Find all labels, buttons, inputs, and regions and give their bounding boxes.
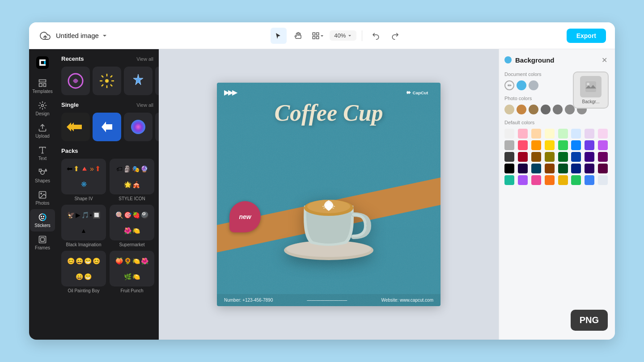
sidebar-item-frames[interactable]: Frames	[30, 232, 55, 254]
hand-tool-button[interactable]	[290, 28, 306, 44]
default-color-r3c6[interactable]	[571, 152, 581, 162]
sticker-single-1[interactable]	[61, 113, 90, 141]
default-color-r5c4[interactable]	[545, 175, 555, 185]
default-color-r1c8[interactable]	[598, 129, 608, 139]
default-color-r5c5[interactable]	[558, 175, 568, 185]
pack-fruit-punch[interactable]: 🍑🌻🍋 🌺🌿🍋 Fruit Punch	[110, 251, 154, 293]
default-color-r3c7[interactable]	[585, 152, 594, 162]
default-color-r2c5[interactable]	[558, 140, 568, 150]
document-title[interactable]: Untitled image	[56, 32, 108, 39]
default-color-r1c1[interactable]	[504, 129, 514, 139]
pack-supermarket[interactable]: 🍭🎯🍓 🎱🌺🍋 Supermarket	[110, 205, 154, 247]
doc-color-blue[interactable]	[517, 80, 526, 90]
recents-scroll-arrow[interactable]: ›	[155, 67, 159, 95]
default-color-r1c2[interactable]	[518, 129, 528, 139]
default-colors-grid	[504, 129, 610, 185]
sidebar-item-text[interactable]: Text	[30, 142, 55, 164]
single-view-all[interactable]: View all	[136, 102, 153, 108]
recents-title: Recents	[61, 55, 84, 62]
single-scroll-arrow[interactable]: ›	[155, 113, 159, 141]
undo-button[interactable]	[368, 28, 384, 44]
cloud-save-icon[interactable]	[38, 29, 52, 43]
default-color-r4c4[interactable]	[545, 164, 555, 173]
default-color-r3c1[interactable]	[504, 152, 514, 162]
pack-black-imagination[interactable]: 🦅▶🎵 ▪🔲▲ Black Imagination	[61, 205, 106, 247]
sticker-single-2[interactable]	[93, 113, 121, 141]
photo-color-2[interactable]	[517, 105, 526, 114]
default-color-r4c8[interactable]	[598, 164, 608, 173]
default-color-r2c4[interactable]	[545, 140, 555, 150]
default-color-r5c3[interactable]	[531, 175, 541, 185]
default-color-r1c5[interactable]	[558, 129, 568, 139]
default-color-r4c3[interactable]	[531, 164, 541, 173]
canvas-image[interactable]: ▶▶▶ CapCut Coffee Cup new	[217, 83, 441, 306]
doc-color-gray[interactable]	[529, 80, 538, 90]
sticker-recent-1[interactable]	[61, 67, 90, 95]
default-color-r4c6[interactable]	[571, 164, 581, 173]
default-color-r4c2[interactable]	[518, 164, 528, 173]
design-label: Design	[35, 111, 49, 116]
default-color-r5c1[interactable]	[504, 175, 514, 185]
export-button[interactable]: Export	[567, 29, 606, 43]
top-bar-right: Export	[567, 29, 606, 43]
default-color-r3c5[interactable]	[558, 152, 568, 162]
default-color-r1c3[interactable]	[531, 129, 541, 139]
app-window: Untitled image 40%	[29, 22, 615, 340]
default-color-r2c8[interactable]	[598, 140, 608, 150]
pack-shape-iv[interactable]: ⬅⬆🔺 »⬆❋ Shape IV	[61, 159, 106, 201]
sidebar-item-design[interactable]: Design	[30, 97, 55, 120]
svg-point-9	[42, 105, 44, 107]
default-color-r1c7[interactable]	[585, 129, 594, 139]
pack-style-icon[interactable]: 🏷🗿🎭 🔮🌟🎪 STYLE ICON	[110, 159, 154, 201]
top-bar-center: 40%	[113, 28, 561, 44]
default-color-r5c8[interactable]	[598, 175, 608, 185]
color-picker-tool[interactable]: ✏	[504, 80, 514, 90]
packs-section-header: Packs	[61, 147, 153, 154]
capcut-logo[interactable]	[34, 54, 51, 72]
default-color-r2c1[interactable]	[504, 140, 514, 150]
default-color-r2c6[interactable]	[571, 140, 581, 150]
coffee-cup	[271, 152, 387, 268]
recents-view-all[interactable]: View all	[136, 56, 153, 62]
sticker-recent-2[interactable]	[93, 67, 121, 95]
sticker-recent-3[interactable]	[124, 67, 153, 95]
sidebar-item-stickers[interactable]: Stickers	[30, 209, 55, 232]
default-color-r3c2[interactable]	[518, 152, 528, 162]
background-card[interactable]: Backgr...	[573, 72, 609, 109]
default-color-r2c2[interactable]	[518, 140, 528, 150]
sidebar-item-shapes[interactable]: Shapes	[30, 164, 55, 187]
default-color-r4c7[interactable]	[585, 164, 594, 173]
photo-color-3[interactable]	[529, 105, 538, 114]
photo-color-5[interactable]	[553, 105, 563, 114]
canvas-layout-button[interactable]	[310, 28, 326, 44]
sidebar-item-upload[interactable]: Upload	[30, 120, 55, 142]
sticker-single-3[interactable]	[124, 113, 153, 141]
default-color-r3c8[interactable]	[598, 152, 608, 162]
svg-rect-1	[313, 33, 315, 35]
png-export-badge[interactable]: PNG	[571, 310, 608, 331]
default-color-r5c2[interactable]	[518, 175, 528, 185]
default-color-r5c6[interactable]	[571, 175, 581, 185]
photo-color-1[interactable]	[504, 105, 514, 114]
zoom-selector[interactable]: 40%	[330, 30, 356, 41]
default-color-r1c4[interactable]	[545, 129, 555, 139]
sidebar-item-photos[interactable]: Photos	[30, 187, 55, 209]
default-color-r3c3[interactable]	[531, 152, 541, 162]
default-color-r4c1[interactable]	[504, 164, 514, 173]
redo-button[interactable]	[387, 28, 403, 44]
pack-oil-painting-label: Oil Painting Boy	[68, 288, 99, 293]
cursor-tool-button[interactable]	[271, 28, 287, 44]
default-color-r3c4[interactable]	[545, 152, 555, 162]
pack-oil-painting-boy[interactable]: 😊😄😁 😊😄😁 Oil Painting Boy	[61, 251, 106, 293]
default-color-r4c5[interactable]	[558, 164, 568, 173]
right-panel-close-button[interactable]: ✕	[599, 55, 610, 65]
default-color-r2c3[interactable]	[531, 140, 541, 150]
svg-rect-7	[39, 84, 42, 87]
default-color-r5c7[interactable]	[585, 175, 594, 185]
svg-point-17	[41, 193, 42, 194]
sidebar-item-templates[interactable]: Templates	[30, 75, 55, 97]
default-color-r1c6[interactable]	[571, 129, 581, 139]
photo-color-4[interactable]	[541, 105, 551, 114]
default-color-r2c7[interactable]	[585, 140, 594, 150]
default-colors-title: Default colors	[504, 120, 610, 125]
